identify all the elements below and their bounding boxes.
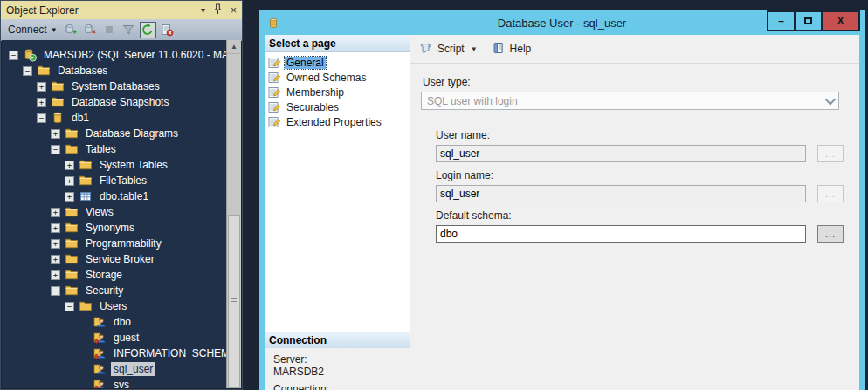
expand-icon[interactable]: + [51, 270, 60, 280]
tree-row[interactable]: −MARSDB2 (SQL Server 11.0.6020 - MARSD [2, 47, 227, 63]
page-item-securables[interactable]: Securables [267, 99, 410, 114]
expand-icon[interactable]: + [51, 239, 60, 249]
connection-section: Connection Server: MARSDB2 Connection: [265, 332, 410, 390]
tree-row[interactable]: −db1 [2, 110, 227, 126]
default-schema-field[interactable]: dbo [436, 225, 806, 243]
filter-icon[interactable] [121, 22, 137, 38]
collapse-icon[interactable]: − [51, 145, 60, 154]
connection-label: Connection: [273, 383, 410, 390]
tree-row[interactable]: sql_user [2, 361, 227, 377]
dialog-titlebar[interactable]: Database User - sql_user – X [259, 10, 865, 35]
expand-icon[interactable]: + [51, 129, 60, 139]
tree-scrollbar[interactable]: ▲ [226, 40, 241, 388]
page-item-label: Membership [285, 86, 346, 99]
stop-icon[interactable] [101, 22, 118, 38]
default-schema-label: Default schema: [436, 209, 859, 222]
tree-row[interactable]: −Tables [2, 141, 227, 157]
object-explorer-titlebar[interactable]: Object Explorer ▾ × [1, 1, 242, 19]
close-icon[interactable]: × [231, 6, 237, 15]
expand-icon[interactable]: + [51, 223, 60, 233]
tree-node-label: Synonyms [83, 221, 137, 235]
tree-row[interactable]: +Programmability [2, 236, 227, 251]
collapse-icon[interactable]: − [37, 113, 46, 123]
page-item-general[interactable]: General [267, 55, 410, 70]
expand-icon[interactable]: + [37, 98, 46, 107]
expand-icon[interactable]: + [37, 82, 46, 92]
collapse-icon[interactable]: − [51, 286, 60, 296]
scroll-icon [419, 41, 433, 58]
user-name-browse-button[interactable]: ... [817, 145, 844, 162]
chevron-down-icon [825, 94, 837, 106]
chevron-down-icon: ▼ [51, 26, 58, 34]
close-button[interactable]: X [821, 10, 860, 31]
tree-node-label: sys [111, 378, 132, 388]
pin-icon[interactable] [213, 3, 223, 17]
folder-icon [65, 268, 79, 282]
tree-row[interactable]: +FileTables [2, 173, 227, 188]
scrollbar-thumb[interactable] [228, 215, 240, 388]
scroll-up-icon[interactable]: ▲ [227, 40, 241, 54]
page-item-label: Securables [285, 101, 341, 113]
tree-row[interactable]: +Views [2, 204, 227, 220]
refresh-icon[interactable] [140, 22, 156, 38]
expand-icon[interactable]: + [65, 176, 74, 186]
tree-row[interactable]: dbo [2, 314, 227, 330]
chevron-down-icon[interactable]: ▼ [471, 45, 478, 53]
chevron-down-icon[interactable]: ▾ [201, 6, 205, 15]
collapse-icon[interactable]: − [9, 51, 18, 60]
user-type-combobox[interactable]: SQL user with login [421, 92, 839, 110]
disconnect-database-icon[interactable] [82, 22, 99, 38]
connect-database-icon[interactable] [63, 22, 79, 38]
tree-row[interactable]: +System Databases [2, 79, 227, 94]
database-user-dialog: Database User - sql_user – X Select a pa… [259, 10, 865, 390]
tree-row[interactable]: −Users [2, 298, 227, 314]
folder-icon [65, 127, 79, 140]
object-explorer-panel: Object Explorer ▾ × Connect ▼ −MARSDB2 (… [0, 0, 243, 390]
tree-node-label: FileTables [97, 174, 149, 188]
expand-icon[interactable]: + [65, 192, 74, 202]
page-item-owned-schemas[interactable]: Owned Schemas [267, 70, 410, 85]
tree-row[interactable]: +Synonyms [2, 220, 227, 236]
login-name-browse-button[interactable]: ... [817, 185, 844, 202]
tree-row[interactable]: guest [2, 330, 227, 346]
help-button[interactable]: Help [492, 41, 532, 58]
tree-row[interactable]: +System Tables [2, 157, 227, 173]
page-icon [267, 86, 281, 99]
user-type-label: User type: [423, 76, 859, 88]
default-schema-browse-button[interactable]: ... [817, 225, 844, 243]
expand-icon[interactable]: + [51, 255, 60, 264]
page-item-membership[interactable]: Membership [267, 85, 410, 99]
page-item-extended-properties[interactable]: Extended Properties [267, 114, 410, 129]
user-deny-icon [93, 378, 107, 388]
connect-button[interactable]: Connect ▼ [5, 23, 60, 37]
help-book-icon [492, 41, 506, 58]
collapse-icon[interactable]: − [65, 302, 74, 311]
expand-icon[interactable]: + [65, 161, 74, 170]
tree-row[interactable]: −Security [2, 283, 227, 298]
login-name-field[interactable]: sql_user [436, 185, 806, 202]
database-icon [51, 111, 65, 125]
user-name-field[interactable]: sql_user [436, 145, 806, 162]
script-error-icon[interactable] [159, 22, 176, 38]
tree-row[interactable]: +Storage [2, 267, 227, 283]
tree-row[interactable]: +Database Snapshots [2, 94, 227, 110]
tree-node-label: db1 [69, 111, 92, 125]
expand-icon[interactable]: + [51, 208, 60, 217]
script-button[interactable]: Script ▼ [419, 41, 478, 58]
minimize-button[interactable]: – [767, 10, 796, 31]
tree-row[interactable]: −Databases [2, 63, 227, 79]
page-icon [267, 115, 281, 129]
tree-node-label: Databases [55, 64, 110, 78]
collapse-icon[interactable]: − [23, 66, 32, 76]
tree-row[interactable]: +Database Diagrams [2, 126, 227, 141]
table-icon [79, 189, 93, 203]
tree-node-label: Views [83, 205, 116, 219]
tree-row[interactable]: sys [2, 377, 227, 388]
tree-row[interactable]: +dbo.table1 [2, 188, 227, 204]
maximize-button[interactable] [794, 10, 823, 31]
tree-row[interactable]: +Service Broker [2, 251, 227, 267]
folder-icon [65, 284, 79, 298]
object-explorer-tree: −MARSDB2 (SQL Server 11.0.6020 - MARSD−D… [2, 40, 241, 388]
tree-row[interactable]: INFORMATION_SCHEMA [2, 346, 227, 361]
user-icon [93, 315, 107, 329]
